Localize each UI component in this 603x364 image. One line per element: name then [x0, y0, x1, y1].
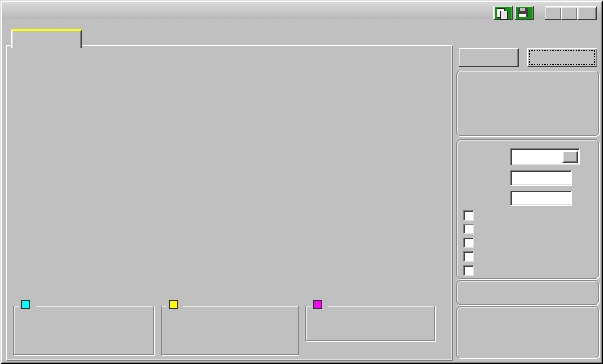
checkbox-icon: [463, 224, 474, 234]
po-failures-row: [312, 343, 432, 355]
transfer-speed-select[interactable]: [510, 148, 580, 165]
pi-failures-jitter-chart: [51, 179, 422, 283]
bottom-chart-left-axis: [19, 179, 47, 283]
save-icon: [518, 8, 528, 17]
tab-disc-quality[interactable]: [11, 29, 82, 48]
pi-failures-swatch-icon: [169, 300, 178, 309]
jitter-swatch-icon: [313, 300, 322, 309]
checkbox-icon: [463, 251, 474, 262]
progress-group: [456, 306, 599, 358]
top-chart-right-axis: [425, 58, 446, 162]
pi-errors-swatch-icon: [21, 300, 30, 309]
bottom-chart-right-axis: [425, 179, 446, 283]
checkbox-show-read-speed[interactable]: [463, 251, 478, 263]
save-icon-button[interactable]: [515, 6, 534, 20]
checkbox-show-jitter[interactable]: [463, 237, 478, 249]
titlebar: [2, 2, 601, 19]
checkbox-show-write-speed[interactable]: [463, 264, 478, 276]
copy-icon-button[interactable]: [493, 6, 513, 20]
checkbox-show-c1-pie[interactable]: [463, 209, 478, 221]
close-button[interactable]: [577, 6, 597, 20]
start-button[interactable]: [459, 48, 519, 67]
chevron-down-icon[interactable]: [562, 151, 578, 163]
checkbox-icon: [463, 238, 474, 248]
settings-group: [456, 139, 599, 279]
checkbox-icon: [463, 265, 474, 276]
pi-errors-speed-chart: [51, 58, 422, 162]
minimize-button[interactable]: [545, 6, 562, 20]
top-chart-x-axis: [51, 164, 422, 173]
exit-button[interactable]: [527, 48, 597, 67]
pi-errors-statbox: [13, 306, 154, 355]
quality-score-group: [456, 280, 599, 305]
checkbox-icon: [463, 210, 474, 221]
top-chart-left-axis: [19, 58, 47, 162]
jitter-statbox: [305, 306, 435, 341]
pi-failures-statbox: [161, 306, 299, 355]
checkbox-show-c2-pif[interactable]: [463, 223, 478, 235]
disc-info-group: [456, 71, 599, 136]
end-position-field[interactable]: [510, 191, 572, 206]
start-position-field[interactable]: [510, 170, 572, 186]
app-window: [0, 0, 603, 364]
chart-header: [195, 47, 422, 58]
bottom-chart-x-axis: [51, 284, 422, 293]
maximize-button[interactable]: [561, 6, 578, 20]
